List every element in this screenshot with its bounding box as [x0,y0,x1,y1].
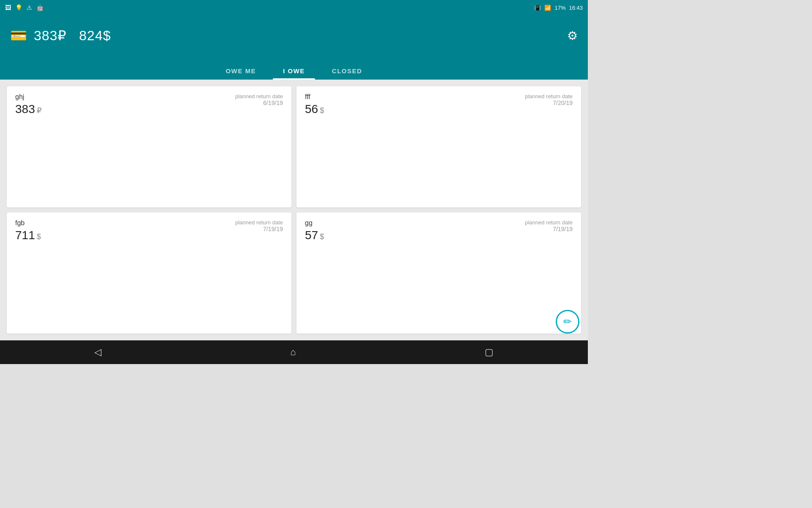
card-name-fgb: fgb 711 $ [15,219,41,242]
card-amount-fff: 56 $ [305,102,324,116]
card-top-ghj: ghj 383 ₽ planned return date 6/19/19 [15,93,283,116]
wifi-icon: 📶 [544,5,551,11]
loan-card-fff[interactable]: fff 56 $ planned return date 7/20/19 [296,86,581,207]
tab-closed[interactable]: CLOSED [318,67,376,80]
card-name-ghj: ghj 383 ₽ [15,93,41,116]
home-button[interactable]: ⌂ [290,347,296,358]
card-top-gg: gg 57 $ planned return date 7/19/19 [305,219,573,242]
loan-card-fgb[interactable]: fgb 711 $ planned return date 7/19/19 [7,213,291,334]
status-bar: 🖼 💡 ⚠ 🤖 📳 📶 17% 16:43 [0,0,588,15]
header-left: 💳 383₽ 824$ [10,28,111,44]
card-amount-ghj: 383 ₽ [15,102,41,116]
android-icon: 🤖 [36,4,44,11]
loan-card-gg[interactable]: gg 57 $ planned return date 7/19/19 [296,213,581,334]
card-date-ghj: planned return date 6/19/19 [235,93,283,106]
card-top-fgb: fgb 711 $ planned return date 7/19/19 [15,219,283,242]
recent-apps-button[interactable]: ▢ [485,347,494,358]
settings-icon[interactable]: ⚙ [567,29,578,43]
image-icon: 🖼 [5,4,11,11]
status-icons-right: 📳 📶 17% 16:43 [534,5,583,11]
main-content: ghj 383 ₽ planned return date 6/19/19 ff… [0,80,588,340]
bulb-icon: 💡 [15,4,22,11]
wallet-icon: 💳 [10,28,27,44]
amount-ruble: 383₽ [34,28,66,43]
card-name-gg: gg 57 $ [305,219,324,242]
tab-bar: OWE ME I OWE CLOSED [0,56,588,80]
bottom-navigation: ◁ ⌂ ▢ [0,340,588,364]
card-top-fff: fff 56 $ planned return date 7/20/19 [305,93,573,116]
header-amounts: 383₽ 824$ [34,28,111,44]
card-date-fgb: planned return date 7/19/19 [235,219,283,232]
add-loan-fab[interactable]: ✏ [556,310,579,334]
warning-icon: ⚠ [27,4,32,11]
loan-card-ghj[interactable]: ghj 383 ₽ planned return date 6/19/19 [7,86,291,207]
card-amount-fgb: 711 $ [15,229,41,242]
tab-i-owe[interactable]: I OWE [269,67,318,80]
status-icons-left: 🖼 💡 ⚠ 🤖 [5,4,44,11]
edit-icon: ✏ [563,316,572,328]
card-date-fff: planned return date 7/20/19 [525,93,573,106]
amount-dollar: 824$ [79,28,111,43]
card-date-gg: planned return date 7/19/19 [525,219,573,232]
card-amount-gg: 57 $ [305,229,324,242]
battery-icon: 17% [554,5,565,11]
app-header: 💳 383₽ 824$ ⚙ [0,15,588,56]
time-display: 16:43 [569,5,583,11]
back-button[interactable]: ◁ [94,347,102,358]
vibrate-icon: 📳 [534,5,541,11]
tab-owe-me[interactable]: OWE ME [212,67,270,80]
card-name-fff: fff 56 $ [305,93,324,116]
